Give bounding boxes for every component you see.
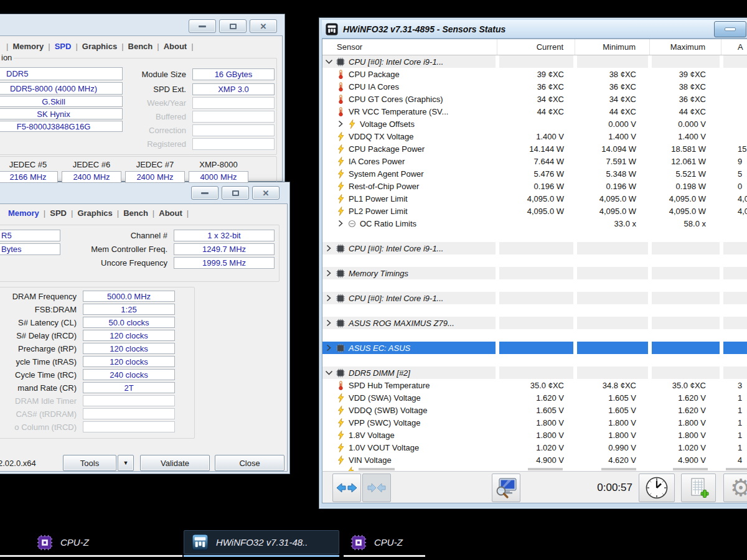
sensor-average: 15 [721,144,747,154]
taskbar-item-hwinfo[interactable]: HWiNFO32 v7.31-48.. [184,530,339,554]
monitor-view-button[interactable] [492,474,520,502]
expand-columns-button[interactable] [332,474,361,502]
sensor-group-row[interactable]: CPU [#0]: Intel Core i9-1... [322,55,747,68]
taskbar-item-cpuz[interactable]: CPU-Z [344,530,425,554]
sensor-average: 1 [721,418,747,427]
close-button[interactable]: ✕ [250,19,277,33]
tools-dropdown-button[interactable]: ▼ [118,455,134,471]
tab-about[interactable]: About [164,42,187,51]
sensor-group-row[interactable]: Memory Timings [322,267,747,279]
sensor-current: 4.900 V [497,455,575,465]
timing-value [83,395,175,406]
sensor-row[interactable]: System Agent Power5.476 W5.348 W5.521 W5 [322,167,747,180]
sensor-group-row[interactable]: CPU [#0]: Intel Core i9-1... [322,292,747,304]
maximize-button[interactable] [219,19,247,33]
sensor-row[interactable]: PL1 Power Limit4,095.0 W4,095.0 W4,095.0… [322,192,747,205]
tab-graphics[interactable]: Graphics [82,42,117,51]
sensor-minimum: 33.0 x [575,219,650,228]
maximize-button[interactable] [222,186,249,200]
field-label: Uncore Frequency [72,258,167,268]
general-left-field: Bytes [0,243,60,255]
field-value: 1249.7 MHz [174,243,275,255]
sensor-row[interactable]: CPU IA Cores36 ¢XC36 ¢XC38 ¢XC [322,80,747,93]
column-header-minimum[interactable]: Minimum [575,39,650,55]
sensor-row[interactable]: VIN Voltage4.900 V4.620 V4.900 V4 [322,454,747,466]
sensor-label-cell: CPU [#0]: Intel Core i9-1... [322,292,497,304]
tab-bench[interactable]: Bench [128,42,153,51]
chip-icon [335,368,346,378]
tab-separator: | [153,208,154,218]
column-header-sensor[interactable]: Sensor [322,39,497,55]
sensor-row[interactable]: VDDQ TX Voltage1.400 V1.400 V1.400 V [322,130,747,142]
gear-icon: ⚙ [730,476,747,500]
module-value-field: DDR5 [0,67,123,80]
sensor-row[interactable]: VR VCC Temperature (SV...44 ¢XC44 ¢XC44 … [322,105,747,118]
validate-button[interactable]: Validate [140,455,210,471]
sensor-group-row[interactable]: ASUS EC: ASUS [322,342,747,354]
sensor-table-header: SensorCurrentMinimumMaximumA [322,39,747,55]
sensor-row[interactable]: IA Cores Power7.644 W7.591 W12.061 W9 [322,155,747,167]
chevron-right-icon [335,120,346,128]
sensor-row[interactable]: VDDQ (SWB) Voltage1.605 V1.605 V1.620 V1 [322,404,747,416]
sensor-row[interactable]: SPD Hub Temperature35.0 ¢XC34.8 ¢XC35.0 … [322,379,747,391]
timing-label: S# Latency (CL) [0,318,77,327]
minimize-button[interactable] [714,21,746,37]
sensor-list: SensorCurrentMinimumMaximumA CPU [#0]: I… [322,39,747,471]
sensor-row[interactable]: OC Ratio Limits33.0 x58.0 x [322,217,747,230]
clock-button[interactable] [639,474,675,502]
timing-value: 120 clocks [83,330,175,341]
taskbar-item-cpuz[interactable]: CPU-Z [0,530,182,554]
sensor-row[interactable]: Voltage Offsets0.000 V0.000 V [322,118,747,130]
sensor-current: 1.020 V [497,443,575,452]
jedec-frequency-value: 2166 MHz [0,171,58,183]
minimize-button[interactable] [189,19,216,33]
sensor-row[interactable]: VPP (SWC) Voltage1.800 V1.800 V1.800 V1 [322,416,747,429]
tab-graphics[interactable]: Graphics [77,208,112,218]
tab-bench[interactable]: Bench [123,208,148,218]
settings-button[interactable]: ⚙ [723,474,747,502]
hwinfo-titlebar[interactable]: HWiNFO32 v7.31-4895 - Sensors Status [322,20,747,39]
sensor-group-row[interactable]: CPU [#0]: Intel Core i9-1... [322,242,747,254]
sensor-minimum: 7.591 W [575,157,650,166]
sensor-current: 35.0 ¢XC [497,381,575,390]
sensor-row[interactable]: VDD (SWA) Voltage1.620 V1.605 V1.620 V1 [322,391,747,404]
minimize-button[interactable] [191,186,218,200]
close-button[interactable]: ✕ [252,186,280,200]
close-window-button[interactable]: Close [215,455,284,471]
column-header-a[interactable]: A [721,39,747,55]
sensor-row-partial [322,466,747,471]
sensor-label-cell: PL2 Power Limit [322,205,497,217]
sensor-row[interactable]: CPU Package39 ¢XC38 ¢XC39 ¢XC [322,68,747,80]
sensor-row[interactable]: CPU GT Cores (Graphics)34 ¢XC34 ¢XC36 ¢X… [322,93,747,105]
sensor-name: System Agent Power [349,169,424,179]
sensor-row[interactable]: 1.8V Voltage1.800 V1.800 V1.800 V1 [322,429,747,441]
temp-icon [335,381,346,390]
tab-memory[interactable]: Memory [12,42,44,51]
sensor-row[interactable]: CPU Package Power14.144 W14.094 W18.581 … [322,142,747,155]
cpuz-app-icon [36,534,53,551]
bolt-icon [347,467,354,471]
tools-button[interactable]: Tools [63,455,116,471]
column-header-current[interactable]: Current [497,39,575,55]
field-value [192,97,275,109]
sensor-spacer [322,254,747,267]
collapse-columns-button[interactable] [362,474,391,502]
sensor-average: 1 [721,443,747,452]
sensor-row[interactable]: 1.0V VOUT Voltage1.020 V0.990 V1.020 V1 [322,441,747,454]
cpuz-memory-window: ✕ Memory|SPD|Graphics|Bench|About| R5Byt… [0,182,290,474]
tab-about[interactable]: About [159,208,182,218]
minimize-icon [725,27,736,31]
tab-spd[interactable]: SPD [55,42,72,51]
sensor-minimum: 0.990 V [575,443,650,452]
sensor-group-row[interactable]: DDR5 DIMM [#2] [322,366,747,379]
report-button[interactable] [681,474,716,502]
tab-memory[interactable]: Memory [8,208,39,218]
field-value [192,124,275,136]
tab-separator: | [48,42,50,51]
sensor-group-row[interactable]: ASUS ROG MAXIMUS Z79... [322,317,747,329]
field-value: XMP 3.0 [192,83,275,95]
tab-spd[interactable]: SPD [50,208,67,218]
column-header-maximum[interactable]: Maximum [650,39,721,55]
sensor-row[interactable]: PL2 Power Limit4,095.0 W4,095.0 W4,095.0… [322,205,747,217]
sensor-row[interactable]: Rest-of-Chip Power0.196 W0.196 W0.198 W0 [322,180,747,192]
